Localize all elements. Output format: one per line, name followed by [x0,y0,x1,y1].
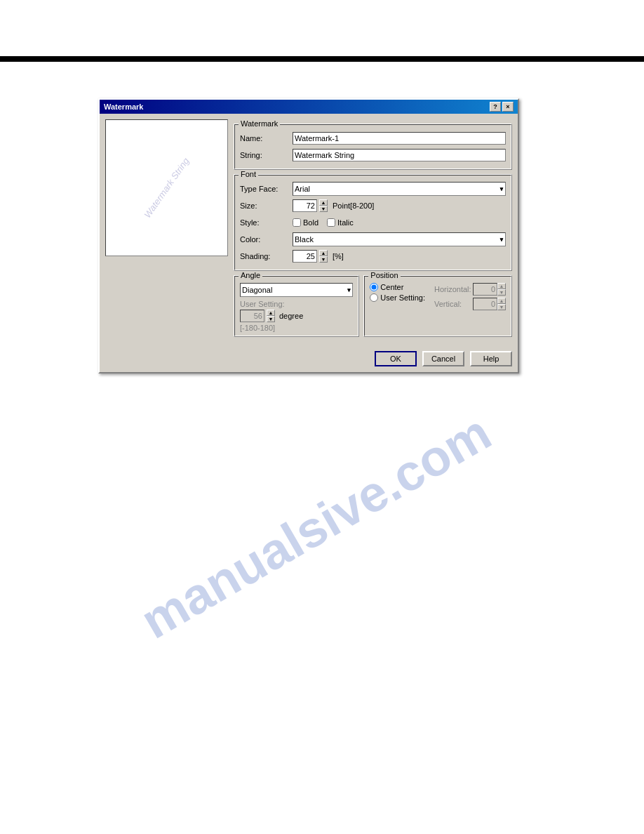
dialog-footer: OK Cancel Help [100,347,518,372]
user-setting-label: User Setting: [240,300,353,308]
size-spinner-wrapper: ▲ ▼ Point[8-200] [293,199,374,212]
horizontal-label: Horizontal: [434,285,473,293]
watermark-dialog: Watermark ? × Watermark String Watermark [98,98,519,373]
shading-up-button[interactable]: ▲ [319,250,328,256]
degree-spinner-wrapper: ▲ ▼ degree [240,310,353,322]
size-range: Point[8-200] [333,201,374,210]
center-radio-item[interactable]: Center [370,283,429,291]
shading-spinner-buttons: ▲ ▼ [319,250,328,263]
color-row: Color: Black White Red Blue Green ▼ [240,232,506,246]
help-titlebar-button[interactable]: ? [490,102,501,112]
name-label: Name: [240,134,293,143]
angle-select[interactable]: Diagonal Horizontal Custom [240,283,353,297]
horizontal-input[interactable] [473,283,497,296]
font-group: Font Type Face: Arial Times New Roman Co… [234,174,512,271]
settings-panel: Watermark Name: String: Font Ty [234,119,512,341]
horizontal-up-btn[interactable]: ▲ [497,283,506,289]
vertical-down-btn[interactable]: ▼ [497,304,506,310]
angle-range-hint: [-180-180] [240,324,353,332]
name-input[interactable] [293,132,506,145]
size-label: Size: [240,201,293,210]
color-select[interactable]: Black White Red Blue Green [293,232,506,246]
shading-input[interactable] [293,250,317,263]
user-setting-radio-item[interactable]: User Setting: [370,293,429,302]
preview-watermark-text: Watermark String [142,156,191,220]
watermark-group-label: Watermark [239,119,280,128]
typeface-select-wrapper: Arial Times New Roman Courier New ▼ [293,182,506,196]
italic-label: Italic [337,218,354,227]
size-input[interactable] [293,199,317,212]
vertical-input[interactable] [473,298,497,310]
font-group-label: Font [239,170,258,178]
horizontal-spinner-buttons: ▲ ▼ [497,283,506,296]
position-radios: Center User Setting: [370,283,429,312]
shading-down-button[interactable]: ▼ [319,256,328,263]
ok-button[interactable]: OK [375,351,417,366]
position-content: Center User Setting: Horizontal: [370,283,506,312]
string-row: String: [240,148,506,162]
user-setting-pos-label: User Setting: [380,293,425,302]
typeface-row: Type Face: Arial Times New Roman Courier… [240,182,506,196]
dialog-content: Watermark String Watermark Name: String: [100,114,518,347]
size-down-button[interactable]: ▼ [319,206,328,212]
help-button[interactable]: Help [470,351,512,366]
dialog-title: Watermark [104,102,143,111]
shading-label: Shading: [240,252,293,260]
shading-spinner-wrapper: ▲ ▼ [%] [293,250,344,263]
center-label: Center [380,283,403,291]
style-row: Style: Bold Italic [240,216,506,230]
shading-row: Shading: ▲ ▼ [%] [240,249,506,263]
bold-label: Bold [303,218,318,227]
italic-checkbox-item[interactable]: Italic [327,218,354,227]
color-label: Color: [240,235,293,244]
close-titlebar-button[interactable]: × [502,102,514,112]
top-bar [0,56,644,62]
vertical-label: Vertical: [434,300,473,308]
dialog-titlebar: Watermark ? × [100,100,518,114]
position-coords: Horizontal: ▲ ▼ Vertical: [434,283,506,312]
angle-group: Angle Diagonal Horizontal Custom ▼ [234,275,359,337]
degree-spinner-buttons: ▲ ▼ [267,310,275,322]
user-setting-section: User Setting: ▲ ▼ degree [-180-180] [240,300,353,332]
bold-checkbox[interactable] [293,218,301,227]
name-row: Name: [240,131,506,145]
dialog-wrapper: Watermark ? × Watermark String Watermark [98,98,519,373]
color-select-wrapper: Black White Red Blue Green ▼ [293,232,506,246]
watermark-bg-text: manualsive.com [131,403,500,649]
size-spinner-buttons: ▲ ▼ [319,199,328,212]
cancel-button[interactable]: Cancel [422,351,464,366]
preview-box: Watermark String [105,119,228,256]
bottom-row: Angle Diagonal Horizontal Custom ▼ [234,275,512,341]
degree-input[interactable] [240,310,264,322]
degree-up-button[interactable]: ▲ [267,310,275,316]
vertical-row: Vertical: ▲ ▼ [434,298,506,310]
degree-unit: degree [279,312,303,320]
angle-type-row: Diagonal Horizontal Custom ▼ [240,283,353,297]
center-radio[interactable] [370,283,378,291]
shading-unit: [%] [333,252,344,260]
vertical-spinner-buttons: ▲ ▼ [497,298,506,310]
watermark-group: Watermark Name: String: [234,124,512,170]
user-setting-radio[interactable] [370,293,378,302]
position-group: Position Center User Setting: [363,275,512,337]
bold-checkbox-item[interactable]: Bold [293,218,318,227]
typeface-label: Type Face: [240,185,293,193]
horizontal-down-btn[interactable]: ▼ [497,289,506,296]
preview-panel: Watermark String [105,119,228,341]
size-up-button[interactable]: ▲ [319,199,328,206]
style-checkboxes: Bold Italic [293,218,354,227]
degree-down-button[interactable]: ▼ [267,316,275,322]
string-input[interactable] [293,149,506,161]
typeface-select[interactable]: Arial Times New Roman Courier New [293,182,506,196]
horizontal-row: Horizontal: ▲ ▼ [434,283,506,296]
style-label: Style: [240,218,293,227]
size-row: Size: ▲ ▼ Point[8-200] [240,199,506,213]
italic-checkbox[interactable] [327,218,335,227]
vertical-up-btn[interactable]: ▲ [497,298,506,304]
string-label: String: [240,151,293,159]
angle-select-wrapper: Diagonal Horizontal Custom ▼ [240,283,353,297]
angle-group-label: Angle [239,271,262,279]
titlebar-buttons: ? × [490,102,514,112]
position-group-label: Position [368,271,400,279]
page-watermark-overlay: manualsive.com [70,386,561,667]
